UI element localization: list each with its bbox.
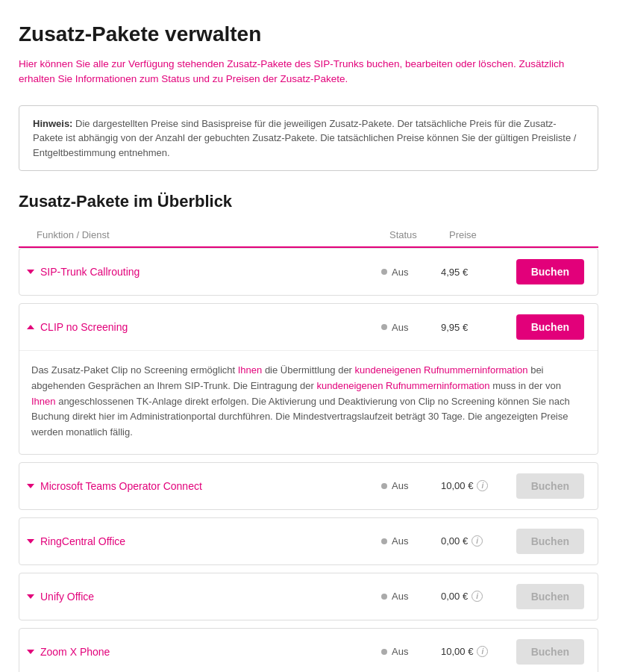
action-cell-sip-trunk-callrouting: Buchen [508,259,590,284]
price-text-sip-trunk-callrouting: 4,95 € [441,267,468,278]
info-icon-ringcentral-office[interactable]: i [472,535,483,547]
status-text-clip-no-screening: Aus [392,322,408,333]
status-cell-zoom-x-phone: Aus [381,646,441,657]
chevron-up-icon [27,325,34,329]
service-row-header-zoom-x-phone[interactable]: Zoom X PhoneAus10,00 €iBuchen [19,629,598,672]
service-name-ringcentral-office: RingCentral Office [27,535,381,547]
col-status: Status [389,229,449,240]
chevron-down-icon [27,650,34,654]
service-label-clip-no-screening: CLIP no Screening [40,321,128,333]
service-name-unify-office: Unify Office [27,591,381,603]
service-expanded-clip-no-screening: Das Zusatz-Paket Clip no Screening ermög… [19,350,598,454]
service-label-ringcentral-office: RingCentral Office [40,535,125,547]
book-button-microsoft-teams-operator-connect: Buchen [516,473,584,499]
status-cell-microsoft-teams-operator-connect: Aus [381,480,441,491]
action-cell-clip-no-screening: Buchen [508,314,590,340]
book-button-zoom-x-phone: Buchen [516,639,584,665]
service-name-zoom-x-phone: Zoom X Phone [27,646,381,658]
col-action [516,229,598,240]
book-button-ringcentral-office: Buchen [516,529,584,554]
service-row-header-microsoft-teams-operator-connect[interactable]: Microsoft Teams Operator ConnectAus10,00… [19,463,598,509]
status-dot-microsoft-teams-operator-connect [381,483,387,489]
status-dot-ringcentral-office [381,538,387,544]
price-cell-zoom-x-phone: 10,00 €i [441,646,508,657]
service-row-ringcentral-office: RingCentral OfficeAus0,00 €iBuchen [19,517,598,565]
service-row-sip-trunk-callrouting: SIP-Trunk CallroutingAus4,95 €Buchen [19,248,598,296]
book-button-clip-no-screening[interactable]: Buchen [516,314,584,340]
status-cell-clip-no-screening: Aus [381,322,441,333]
price-text-unify-office: 0,00 € [441,591,468,602]
status-text-unify-office: Aus [392,591,408,602]
price-text-ringcentral-office: 0,00 € [441,535,468,547]
status-text-sip-trunk-callrouting: Aus [392,267,408,278]
chevron-down-icon [27,484,34,488]
service-row-clip-no-screening: CLIP no ScreeningAus9,95 €BuchenDas Zusa… [19,303,598,455]
service-label-zoom-x-phone: Zoom X Phone [40,646,110,658]
service-name-clip-no-screening: CLIP no Screening [27,321,381,333]
service-name-sip-trunk-callrouting: SIP-Trunk Callrouting [27,266,381,278]
action-cell-microsoft-teams-operator-connect: Buchen [508,473,590,499]
status-text-microsoft-teams-operator-connect: Aus [392,480,408,491]
info-icon-zoom-x-phone[interactable]: i [477,646,488,657]
status-dot-clip-no-screening [381,324,387,330]
service-label-unify-office: Unify Office [40,591,94,603]
price-cell-sip-trunk-callrouting: 4,95 € [441,267,508,278]
status-dot-sip-trunk-callrouting [381,269,387,275]
service-row-unify-office: Unify OfficeAus0,00 €iBuchen [19,573,598,620]
status-dot-zoom-x-phone [381,649,387,655]
table-header: Funktion / Dienst Status Preise [19,225,598,248]
service-row-header-ringcentral-office[interactable]: RingCentral OfficeAus0,00 €iBuchen [19,518,598,564]
service-name-microsoft-teams-operator-connect: Microsoft Teams Operator Connect [27,480,381,492]
status-cell-sip-trunk-callrouting: Aus [381,267,441,278]
col-function: Funktion / Dienst [37,229,389,240]
service-row-zoom-x-phone: Zoom X PhoneAus10,00 €iBuchen [19,628,598,672]
action-cell-ringcentral-office: Buchen [508,529,590,554]
services-container: SIP-Trunk CallroutingAus4,95 €BuchenCLIP… [19,248,598,672]
chevron-down-icon [27,270,34,274]
intro-text: Hier können Sie alle zur Verfügung stehe… [19,57,598,87]
col-price: Preise [449,229,516,240]
service-label-sip-trunk-callrouting: SIP-Trunk Callrouting [40,266,140,278]
action-cell-unify-office: Buchen [508,584,590,609]
section-title: Zusatz-Pakete im Überblick [19,192,598,211]
action-cell-zoom-x-phone: Buchen [508,639,590,665]
price-cell-clip-no-screening: 9,95 € [441,322,508,333]
book-button-unify-office: Buchen [516,584,584,609]
info-icon-microsoft-teams-operator-connect[interactable]: i [477,480,488,491]
price-cell-ringcentral-office: 0,00 €i [441,535,508,547]
chevron-down-icon [27,539,34,544]
price-text-clip-no-screening: 9,95 € [441,322,468,333]
info-box: Hinweis: Die dargestellten Preise sind B… [19,105,598,172]
status-text-zoom-x-phone: Aus [392,646,408,657]
book-button-sip-trunk-callrouting[interactable]: Buchen [516,259,584,284]
chevron-down-icon [27,594,34,599]
price-cell-unify-office: 0,00 €i [441,591,508,602]
service-row-microsoft-teams-operator-connect: Microsoft Teams Operator ConnectAus10,00… [19,462,598,510]
service-row-header-clip-no-screening[interactable]: CLIP no ScreeningAus9,95 €Buchen [19,304,598,350]
status-cell-unify-office: Aus [381,591,441,602]
service-row-header-unify-office[interactable]: Unify OfficeAus0,00 €iBuchen [19,573,598,620]
info-icon-unify-office[interactable]: i [472,591,483,602]
status-cell-ringcentral-office: Aus [381,535,441,547]
price-text-microsoft-teams-operator-connect: 10,00 € [441,480,473,491]
service-label-microsoft-teams-operator-connect: Microsoft Teams Operator Connect [40,480,202,492]
info-box-text: Hinweis: Die dargestellten Preise sind B… [33,118,576,158]
price-text-zoom-x-phone: 10,00 € [441,646,473,657]
service-row-header-sip-trunk-callrouting[interactable]: SIP-Trunk CallroutingAus4,95 €Buchen [19,249,598,295]
price-cell-microsoft-teams-operator-connect: 10,00 €i [441,480,508,491]
status-dot-unify-office [381,594,387,600]
page-title: Zusatz-Pakete verwalten [19,22,598,46]
status-text-ringcentral-office: Aus [392,535,408,547]
